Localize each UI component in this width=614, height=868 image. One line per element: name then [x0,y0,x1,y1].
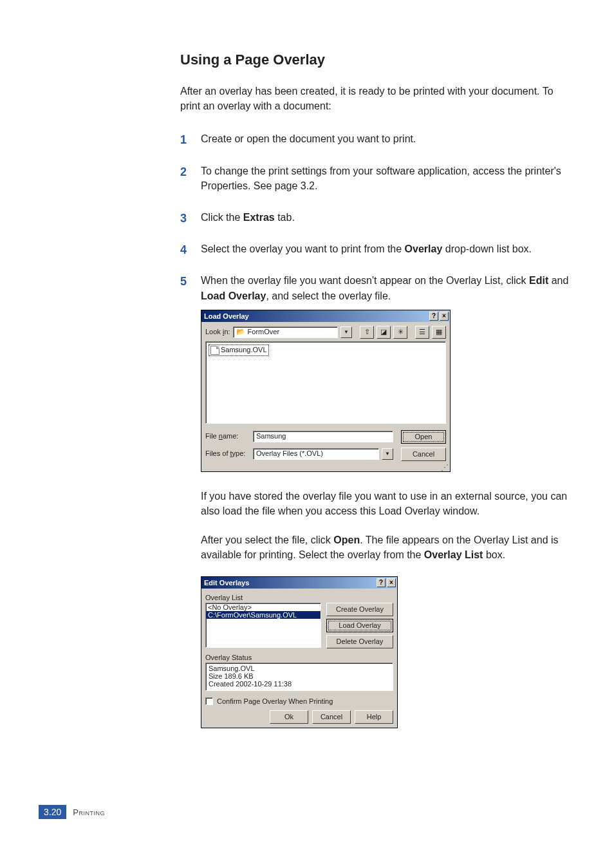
page-reference: page 3.2 [275,180,315,191]
open-button[interactable]: Open [401,430,446,444]
load-overlay-dialog: Load Overlay ? × Look in: 📂 FormOver ▼ ⇧ [201,310,451,472]
cancel-button[interactable]: Cancel [312,710,351,724]
checkbox-icon[interactable] [205,697,213,705]
section-heading: Using a Page Overlay [180,52,575,68]
dialog-body: Overlay List <No Overlay> C:\FormOver\Sa… [201,589,397,728]
chevron-down-icon[interactable]: ▼ [382,448,393,460]
filename-row: File name: Samsung Open [205,430,446,444]
status-line: Samsung.OVL [209,665,390,672]
desktop-icon[interactable]: ◪ [377,326,391,339]
step-3: 3 Click the Extras tab. [180,210,575,225]
overlay-listbox[interactable]: <No Overlay> C:\FormOver\Samsung.OVL [205,603,321,648]
edit-overlays-dialog: Edit Overlays ? × Overlay List <No Overl… [201,576,398,728]
overlay-status-box: Samsung.OVL Size 189.6 KB Created 2002-1… [205,663,393,691]
dialog-title: Edit Overlays [204,577,375,589]
page-number-badge: 3.20 [39,805,66,819]
lookin-dropdown[interactable]: 📂 FormOver [233,326,338,338]
filename-label: File name: [205,431,250,442]
intro-paragraph: After an overlay has been created, it is… [180,84,575,113]
step-text: To change the print settings from your s… [201,165,561,191]
details-view-icon[interactable]: ▦ [432,326,446,339]
dialog-title: Load Overlay [204,310,428,322]
file-list[interactable]: Samsung.OVL [205,341,446,424]
delete-overlay-button[interactable]: Delete Overlay [326,635,393,648]
steps-list: 1 Create or open the document you want t… [180,131,575,471]
confirm-checkbox-row[interactable]: Confirm Page Overlay When Printing [205,697,393,705]
help-button[interactable]: ? [429,312,438,321]
list-view-icon[interactable]: ☰ [415,326,429,339]
resize-grip-icon[interactable]: ⋰ [201,465,450,471]
lookin-label: Look in: [205,327,230,337]
page-content: Using a Page Overlay After an overlay ha… [0,0,614,837]
step-text: Select the overlay you want to print fro… [201,243,532,254]
file-item-label: Samsung.OVL [221,345,267,355]
step-text: Create or open the document you want to … [201,133,416,144]
dialog-body: Look in: 📂 FormOver ▼ ⇧ ◪ ✳ ☰ ▦ [201,322,450,465]
overlay-status-label: Overlay Status [205,654,393,661]
step-number: 2 [180,164,187,180]
load-overlay-button[interactable]: Load Overlay [326,619,393,632]
status-line: Created 2002-10-29 11:38 [209,680,390,688]
step-5: 5 When the overlay file you want doesn't… [180,273,575,471]
lookin-value: FormOver [248,327,280,337]
step-1: 1 Create or open the document you want t… [180,131,575,146]
filename-input[interactable]: Samsung [253,431,393,442]
close-button[interactable]: × [387,578,396,587]
overlay-list-label: Overlay List [205,594,393,601]
step-text: When the overlay file you want doesn't a… [201,275,568,301]
filetype-dropdown[interactable]: Overlay Files (*.OVL) [253,448,379,460]
step-number: 4 [180,241,187,258]
step-number: 1 [180,131,187,148]
footer-section-label: Printing [73,807,105,817]
file-item[interactable]: Samsung.OVL [209,344,269,356]
confirm-checkbox-label: Confirm Page Overlay When Printing [217,697,333,705]
list-item[interactable]: C:\FormOver\Samsung.OVL [206,611,321,619]
create-overlay-button[interactable]: Create Overlay [326,603,393,616]
step-4: 4 Select the overlay you want to print f… [180,241,575,256]
dialog-button-row: Ok Cancel Help [205,710,393,724]
chevron-down-icon[interactable]: ▼ [340,326,352,338]
close-button[interactable]: × [440,312,449,321]
paragraph-external-source: If you have stored the overlay file you … [180,489,575,518]
step-number: 3 [180,210,187,227]
lookin-row: Look in: 📂 FormOver ▼ ⇧ ◪ ✳ ☰ ▦ [205,326,446,339]
paragraph-after-select: After you select the file, click Open. T… [180,533,575,562]
dialog-titlebar[interactable]: Edit Overlays ? × [201,577,397,589]
up-one-level-icon[interactable]: ⇧ [360,326,374,339]
step-text: Click the Extras tab. [201,212,295,223]
filetype-label: Files of type: [205,449,250,459]
filetype-row: Files of type: Overlay Files (*.OVL) ▼ C… [205,448,446,461]
dialog-titlebar[interactable]: Load Overlay ? × [201,310,450,322]
help-button[interactable]: ? [377,578,386,587]
new-folder-icon[interactable]: ✳ [393,326,407,339]
page-footer: 3.20 Printing [39,805,105,819]
ok-button[interactable]: Ok [270,710,308,724]
file-icon [210,346,219,355]
status-line: Size 189.6 KB [209,672,390,680]
step-2: 2 To change the print settings from your… [180,164,575,193]
step-number: 5 [180,273,187,290]
folder-open-icon: 📂 [236,327,245,337]
cancel-button[interactable]: Cancel [401,448,446,461]
list-item[interactable]: <No Overlay> [206,603,321,611]
help-button[interactable]: Help [355,710,393,724]
